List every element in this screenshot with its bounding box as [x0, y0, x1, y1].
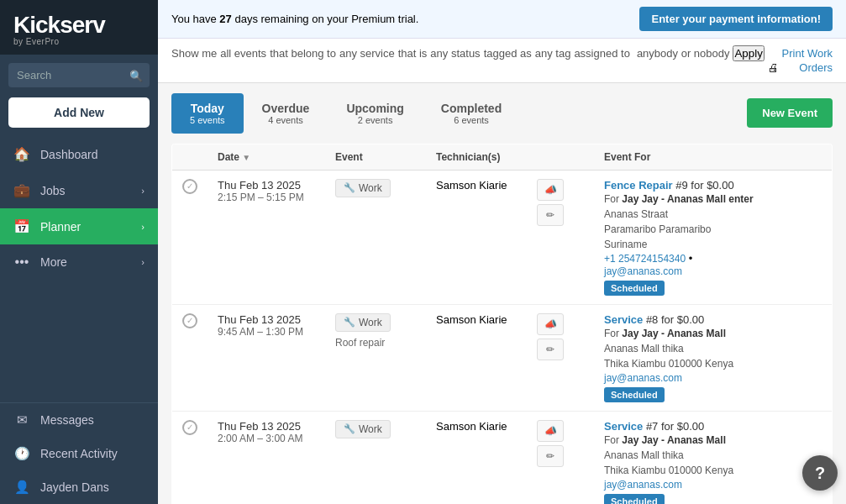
apply-filter-button[interactable]: Apply [733, 45, 764, 61]
jobs-icon: 💼 [13, 182, 30, 198]
check-button[interactable]: ✓ [182, 420, 197, 435]
sidebar-item-user[interactable]: 👤 Jayden Dans [0, 470, 158, 504]
days-remaining: 27 [219, 13, 231, 25]
th-event: Event [325, 144, 426, 170]
event-client[interactable]: Jay Jay - Ananas Mall [622, 328, 726, 339]
event-type-cell: 🔧 Work [325, 170, 426, 304]
tab-overdue[interactable]: Overdue 4 events [244, 93, 328, 134]
work-label: Work [359, 182, 382, 194]
trial-banner: You have 27 days remaining on your Premi… [158, 0, 846, 39]
check-cell: ✓ [172, 411, 208, 504]
sidebar-bottom-label: Messages [40, 413, 94, 427]
edit-button[interactable]: ✏ [537, 339, 564, 360]
broadcast-button[interactable]: 📣 [537, 420, 564, 442]
event-for-text: For Jay Jay - Ananas Mall [604, 434, 822, 446]
logo-area: Kickserv by EverPro [0, 0, 158, 55]
event-email[interactable]: jay@ananas.com [604, 372, 682, 384]
sidebar-item-label: Dashboard [40, 148, 98, 161]
main-nav: 🏠 Dashboard 💼 Jobs › 📅 Planner › ••• Mor… [0, 136, 158, 402]
event-time: 2:00 AM – 3:00 AM [218, 433, 315, 444]
sidebar-item-planner[interactable]: 📅 Planner › [0, 208, 158, 244]
event-type-cell: 🔧 Work Roof repair [325, 304, 426, 411]
technician-name: Samson Kiarie [436, 313, 507, 326]
check-button[interactable]: ✓ [182, 179, 197, 194]
event-address: Ananas StraatParamaribo ParamariboSurina… [604, 207, 822, 252]
sidebar-bottom-label: Recent Activity [40, 447, 118, 460]
main-content: You have 27 days remaining on your Premi… [158, 0, 846, 504]
event-email[interactable]: jay@ananas.com [604, 265, 682, 277]
tab-today-sub: 5 events [190, 115, 225, 125]
anybody-link[interactable]: anybody or nobody [637, 47, 730, 60]
tab-overdue-sub: 4 events [262, 115, 310, 125]
any-status-link[interactable]: any status [430, 47, 480, 60]
any-tag-link[interactable]: any tag [535, 47, 571, 60]
add-new-button[interactable]: Add New [8, 97, 150, 128]
work-label: Work [359, 423, 382, 435]
tab-completed-label: Completed [441, 102, 502, 115]
print-icon: 🖨 [768, 61, 779, 74]
filter-tagged: tagged as [484, 47, 532, 60]
sidebar-item-recent-activity[interactable]: 🕐 Recent Activity [0, 437, 158, 470]
tab-today[interactable]: Today 5 events [171, 93, 244, 134]
filter-belong: that belong to [270, 47, 336, 60]
event-time: 2:15 PM – 5:15 PM [218, 192, 315, 203]
tab-upcoming[interactable]: Upcoming 2 events [328, 93, 422, 134]
event-for-text: For Jay Jay - Ananas Mall [604, 328, 822, 339]
tabs-row: Today 5 events Overdue 4 events Upcoming… [171, 93, 833, 134]
help-button[interactable]: ? [802, 455, 838, 491]
event-client[interactable]: Jay Jay - Ananas Mall enter [622, 193, 753, 205]
user-avatar-icon: 👤 [13, 480, 30, 495]
event-time: 9:45 AM – 1:30 PM [218, 326, 315, 338]
event-title-area: Service #7 for $0.00 [604, 420, 822, 433]
new-event-button[interactable]: New Event [747, 98, 833, 128]
event-contact: +1 254724154340 • jay@ananas.com [604, 252, 822, 277]
edit-button[interactable]: ✏ [537, 445, 564, 467]
th-event-for: Event For [594, 144, 833, 170]
event-phone[interactable]: +1 254724154340 [604, 253, 686, 265]
action-cell: 📣 ✏ [527, 170, 594, 304]
event-title[interactable]: Service [604, 313, 643, 326]
tab-completed[interactable]: Completed 6 events [423, 93, 520, 134]
all-events-link[interactable]: all events [220, 47, 266, 60]
broadcast-button[interactable]: 📣 [537, 313, 564, 335]
th-date[interactable]: Date ▼ [208, 144, 325, 170]
sidebar-item-label: Jobs [40, 184, 66, 197]
work-badge[interactable]: 🔧 Work [335, 179, 391, 197]
search-icon: 🔍 [129, 69, 143, 81]
check-cell: ✓ [172, 304, 208, 411]
print-work-orders[interactable]: 🖨 Print WorkOrders [768, 47, 833, 76]
sidebar-item-label: More [40, 255, 67, 269]
th-check [172, 144, 208, 170]
event-for-cell: Fence Repair #9 for $0.00 For Jay Jay - … [594, 170, 833, 304]
technician-cell: Samson Kiarie [426, 170, 527, 304]
work-badge[interactable]: 🔧 Work [335, 313, 391, 332]
tab-completed-sub: 6 events [441, 115, 502, 125]
tab-overdue-label: Overdue [262, 102, 310, 115]
payment-cta-button[interactable]: Enter your payment information! [639, 7, 833, 31]
event-contact: jay@ananas.com [604, 371, 822, 384]
sidebar: Kickserv by EverPro 🔍 Add New 🏠 Dashboar… [0, 0, 158, 504]
wrench-icon: 🔧 [344, 423, 355, 434]
event-email[interactable]: jay@ananas.com [604, 479, 682, 491]
brand-name: Kickserv [13, 13, 145, 37]
event-for-text: For Jay Jay - Ananas Mall enter [604, 193, 822, 205]
sidebar-item-more[interactable]: ••• More › [0, 244, 158, 280]
broadcast-button[interactable]: 📣 [537, 179, 564, 201]
event-client[interactable]: Jay Jay - Ananas Mall [622, 434, 726, 446]
sidebar-bottom-label: Jayden Dans [40, 480, 109, 494]
check-button[interactable]: ✓ [182, 313, 197, 328]
search-container: 🔍 [8, 63, 150, 87]
event-title[interactable]: Service [604, 420, 643, 433]
technician-cell: Samson Kiarie [426, 304, 527, 411]
event-date: Thu Feb 13 2025 [218, 179, 315, 192]
sidebar-item-dashboard[interactable]: 🏠 Dashboard [0, 136, 158, 172]
sidebar-item-jobs[interactable]: 💼 Jobs › [0, 172, 158, 208]
search-input[interactable] [8, 63, 150, 87]
event-for-cell: Service #8 for $0.00 For Jay Jay - Anana… [594, 304, 833, 411]
any-service-link[interactable]: any service [339, 47, 395, 60]
chevron-right-icon: › [141, 222, 145, 232]
event-title[interactable]: Fence Repair [604, 179, 673, 192]
edit-button[interactable]: ✏ [537, 204, 564, 226]
sidebar-item-messages[interactable]: ✉ Messages [0, 403, 158, 437]
work-badge[interactable]: 🔧 Work [335, 420, 391, 438]
